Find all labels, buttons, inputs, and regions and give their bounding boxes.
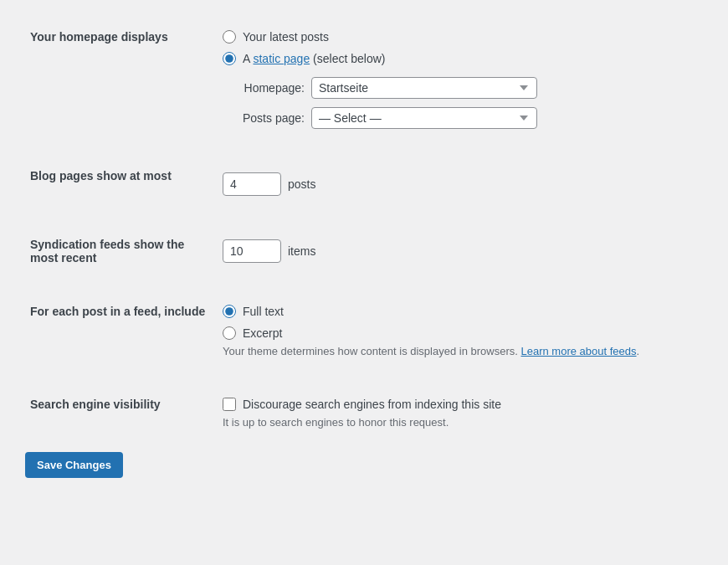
search-engine-checkbox-item: Discourage search engines from indexing … xyxy=(223,398,698,411)
feed-row: For each post in a feed, include Full te… xyxy=(25,295,703,367)
homepage-radio-group: Your latest posts A static page (select … xyxy=(223,30,698,65)
excerpt-label: Excerpt xyxy=(243,326,282,340)
radio-full-text: Full text xyxy=(223,305,698,318)
syndication-input-group: items xyxy=(223,239,698,263)
syndication-unit: items xyxy=(288,244,315,258)
full-text-radio[interactable] xyxy=(223,305,236,318)
learn-more-feeds-link[interactable]: Learn more about feeds xyxy=(521,345,637,357)
latest-posts-radio[interactable] xyxy=(223,30,236,44)
posts-page-select-label: Posts page: xyxy=(243,111,305,125)
syndication-input[interactable] xyxy=(223,239,281,263)
feed-label: For each post in a feed, include xyxy=(30,305,205,318)
blog-pages-row: Blog pages show at most posts xyxy=(25,159,703,206)
search-engine-row: Search engine visibility Discourage sear… xyxy=(25,388,703,439)
static-page-label: A static page (select below) xyxy=(243,52,385,65)
static-page-radio[interactable] xyxy=(223,52,236,65)
spacer-4 xyxy=(25,367,703,388)
spacer-1 xyxy=(25,139,703,159)
save-changes-button[interactable]: Save Changes xyxy=(25,452,123,478)
search-engine-label: Search engine visibility xyxy=(30,398,161,411)
homepage-displays-row: Your homepage displays Your latest posts… xyxy=(25,20,703,139)
static-page-link[interactable]: static page xyxy=(253,52,310,65)
search-engine-checkbox-label: Discourage search engines from indexing … xyxy=(243,398,501,411)
blog-pages-unit: posts xyxy=(288,177,315,191)
syndication-label: Syndication feeds show the most recent xyxy=(30,238,184,265)
blog-pages-label: Blog pages show at most xyxy=(30,169,172,182)
static-page-options: Homepage: Startseite Sample Page Blog Po… xyxy=(243,77,698,129)
radio-excerpt: Excerpt xyxy=(223,326,698,340)
radio-latest-posts: Your latest posts xyxy=(223,30,698,44)
search-engine-checkbox[interactable] xyxy=(223,398,236,411)
radio-static-page: A static page (select below) xyxy=(223,52,698,65)
spacer-3 xyxy=(25,275,703,295)
spacer-2 xyxy=(25,206,703,226)
homepage-displays-label: Your homepage displays xyxy=(30,30,168,44)
feed-radio-group: Full text Excerpt xyxy=(223,305,698,340)
syndication-row: Syndication feeds show the most recent i… xyxy=(25,226,703,275)
latest-posts-label: Your latest posts xyxy=(243,30,329,44)
blog-pages-input-group: posts xyxy=(223,172,698,196)
feed-description: Your theme determines how content is dis… xyxy=(223,345,698,357)
homepage-select[interactable]: Startseite Sample Page Blog xyxy=(311,77,537,99)
blog-pages-input[interactable] xyxy=(223,172,281,196)
settings-form: Your homepage displays Your latest posts… xyxy=(25,20,703,439)
homepage-select-label: Homepage: xyxy=(243,81,305,95)
excerpt-radio[interactable] xyxy=(223,326,236,340)
search-engine-description: It is up to search engines to honor this… xyxy=(223,416,698,429)
posts-page-select[interactable]: — Select — Sample Page Blog xyxy=(311,107,537,129)
full-text-label: Full text xyxy=(243,305,284,318)
